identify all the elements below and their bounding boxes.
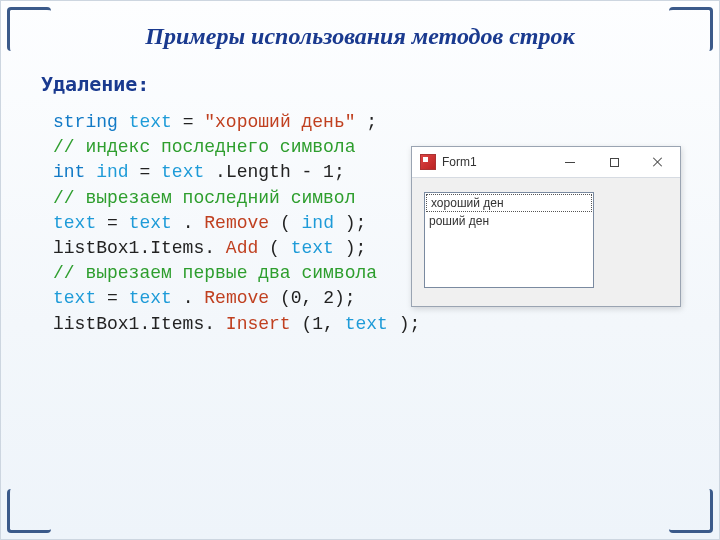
list-item[interactable]: хороший ден [426, 194, 592, 212]
comment: // вырезаем первые два символа [53, 263, 377, 283]
method: Remove [204, 288, 269, 308]
comment: // индекс последнего символа [53, 137, 355, 157]
app-icon [420, 154, 436, 170]
expr: .Length - 1; [215, 162, 345, 182]
slide-corner-br [669, 489, 713, 533]
close-button[interactable] [636, 147, 680, 177]
variable: text [129, 112, 172, 132]
expr: listBox1.Items. [53, 238, 215, 258]
punct: ); [399, 314, 421, 334]
method: Insert [226, 314, 291, 334]
variable: text [291, 238, 334, 258]
slide-corner-bl [7, 489, 51, 533]
form-body: хороший ден роший ден [412, 178, 680, 306]
page-title: Примеры использования методов строк [1, 23, 719, 50]
code-line: listBox1.Items. Insert (1, text ); [53, 312, 719, 337]
keyword: int [53, 162, 85, 182]
listbox[interactable]: хороший ден роший ден [424, 192, 594, 288]
keyword: string [53, 112, 118, 132]
variable: text [161, 162, 204, 182]
op: = [107, 288, 129, 308]
variable: text [129, 213, 172, 233]
punct: . [183, 288, 194, 308]
slide-corner-tr [669, 7, 713, 51]
punct: (1, [301, 314, 344, 334]
punct: ); [345, 238, 367, 258]
expr: listBox1.Items. [53, 314, 215, 334]
variable: text [53, 213, 96, 233]
titlebar[interactable]: Form1 [412, 147, 680, 178]
method: Remove [204, 213, 269, 233]
op: = [139, 162, 161, 182]
punct: ); [345, 213, 367, 233]
list-item[interactable]: роший ден [425, 213, 593, 229]
slide-corner-tl [7, 7, 51, 51]
maximize-icon [610, 158, 619, 167]
string-literal: "хороший день" [204, 112, 355, 132]
op: = [183, 112, 205, 132]
minimize-icon [565, 162, 575, 163]
variable: text [129, 288, 172, 308]
method: Add [226, 238, 258, 258]
op: = [107, 213, 129, 233]
section-heading: Удаление: [41, 72, 719, 96]
expr: (0, 2); [280, 288, 356, 308]
punct: ( [280, 213, 291, 233]
variable: ind [302, 213, 334, 233]
variable: text [53, 288, 96, 308]
maximize-button[interactable] [592, 147, 636, 177]
punct: ( [269, 238, 280, 258]
form-window: Form1 хороший ден роший ден [411, 146, 681, 307]
window-title: Form1 [442, 155, 548, 169]
punct: . [183, 213, 194, 233]
comment: // вырезаем последний символ [53, 188, 355, 208]
punct: ; [366, 112, 377, 132]
minimize-button[interactable] [548, 147, 592, 177]
close-icon [653, 157, 663, 167]
code-line: string text = "хороший день" ; [53, 110, 719, 135]
variable: text [345, 314, 388, 334]
variable: ind [96, 162, 128, 182]
